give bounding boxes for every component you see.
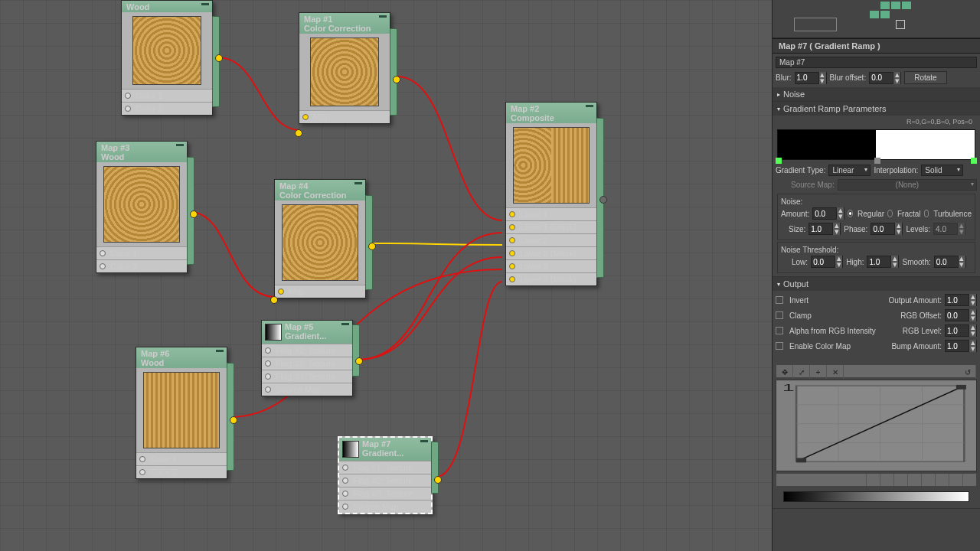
curve-zoom-h-icon[interactable] xyxy=(893,474,907,486)
slot-flag2[interactable]: Flag #2: Texture xyxy=(339,474,431,487)
invert-checkbox[interactable] xyxy=(776,296,783,304)
rgb-offset-spinner[interactable]: ▴▾ xyxy=(945,309,977,321)
output-port[interactable] xyxy=(368,243,376,250)
threshold-high-spinner[interactable]: ▴▾ xyxy=(867,256,899,268)
map-name-field[interactable]: Map #7 xyxy=(776,57,977,68)
output-port[interactable] xyxy=(355,357,363,365)
slot-flag1[interactable]: Flag #1: Texture xyxy=(262,344,352,357)
blur-offset-spinner[interactable]: ▴▾ xyxy=(869,72,901,84)
curve-pan-icon[interactable] xyxy=(866,474,880,486)
noise-size-spinner[interactable]: ▴▾ xyxy=(808,223,841,235)
node-map1[interactable]: Map #1Color Correction Map xyxy=(299,12,390,124)
minimize-icon[interactable] xyxy=(176,144,184,146)
gradient-stop-mid[interactable] xyxy=(874,158,880,164)
minimize-icon[interactable] xyxy=(216,350,224,352)
noise-turbulence-radio[interactable] xyxy=(924,210,929,217)
curve-zoom-v-icon[interactable] xyxy=(907,474,921,486)
slot-color1[interactable]: Color 1 xyxy=(122,89,212,102)
output-port[interactable] xyxy=(190,210,198,218)
output-rollout-header[interactable]: Output xyxy=(773,277,980,291)
input-port[interactable] xyxy=(295,129,302,137)
slot-flag1[interactable]: Flag #1: Texture xyxy=(339,461,431,474)
navigator[interactable] xyxy=(773,0,980,38)
output-amount-spinner[interactable]: ▴▾ xyxy=(945,294,977,306)
curve-reset-icon[interactable] xyxy=(962,474,976,486)
gradient-bar[interactable] xyxy=(777,129,975,160)
rotate-button[interactable]: Rotate xyxy=(904,71,946,84)
colormap-checkbox[interactable] xyxy=(776,342,783,350)
gradient-stop-start[interactable] xyxy=(776,158,782,164)
slot-source-map[interactable]: Source Map xyxy=(339,500,431,513)
node-map2[interactable]: Map #2Composite Layer 1 Layer 1 (Mask) L… xyxy=(505,102,597,286)
minimize-icon[interactable] xyxy=(354,182,362,184)
output-strip[interactable] xyxy=(431,442,439,494)
svg-text:1: 1 xyxy=(782,383,795,394)
slot-color2[interactable]: Color 2 xyxy=(136,465,227,478)
slot-layer2[interactable]: Layer 2 xyxy=(506,233,596,246)
node-map3[interactable]: Map #3Wood Color 1 Color 2 xyxy=(96,141,188,273)
output-port[interactable] xyxy=(434,476,442,484)
noise-fractal-radio[interactable] xyxy=(887,210,893,217)
noise-phase-spinner[interactable]: ▴▾ xyxy=(871,223,903,235)
slot-source-map[interactable]: Source Map xyxy=(262,383,352,396)
curve-zoom-icon[interactable] xyxy=(921,474,935,486)
output-port[interactable] xyxy=(230,416,237,424)
curve-fit-icon[interactable] xyxy=(949,474,962,486)
output-curve[interactable]: 1 xyxy=(776,380,977,471)
slot-layer3[interactable]: Layer 3 xyxy=(506,259,596,272)
input-port[interactable] xyxy=(270,296,278,304)
source-map-select[interactable]: (None) xyxy=(838,179,977,191)
threshold-smooth-spinner[interactable]: ▴▾ xyxy=(934,256,966,268)
minimize-icon[interactable] xyxy=(420,440,428,442)
slot-color1[interactable]: Color 1 xyxy=(96,246,187,259)
navigator-viewport[interactable] xyxy=(794,18,837,31)
blur-spinner[interactable]: ▴▾ xyxy=(795,72,827,84)
node-map7-selected[interactable]: Map #7Gradient... Flag #1: Texture Flag … xyxy=(338,436,433,514)
curve-zoom-ext-icon[interactable] xyxy=(880,474,893,486)
threshold-low-spinner[interactable]: ▴▾ xyxy=(811,256,843,268)
output-strip[interactable] xyxy=(390,28,397,116)
bump-amount-spinner[interactable]: ▴▾ xyxy=(945,340,977,352)
gradient-stop-end[interactable] xyxy=(971,158,977,164)
slot-map[interactable]: Map xyxy=(299,110,390,123)
slot-flag3[interactable]: Flag #3: Texture xyxy=(339,487,431,500)
curve-tool-delete-icon[interactable]: ✕ xyxy=(827,365,844,379)
node-map5[interactable]: Map #5Gradient... Flag #1: Texture Flag … xyxy=(261,320,353,396)
slot-layer1[interactable]: Layer 1 xyxy=(506,207,596,220)
curve-tool-add-icon[interactable]: + xyxy=(810,365,827,379)
curve-tool-reset-icon[interactable]: ↺ xyxy=(959,365,976,379)
slot-color2[interactable]: Color 2 xyxy=(96,259,187,272)
minimize-icon[interactable] xyxy=(586,105,593,107)
curve-tool-move-icon[interactable]: ✥ xyxy=(776,365,793,379)
noise-amount-spinner[interactable]: ▴▾ xyxy=(812,207,844,220)
rgb-level-spinner[interactable]: ▴▾ xyxy=(945,324,977,337)
minimize-icon[interactable] xyxy=(201,3,209,5)
slot-color1[interactable]: Color 1 xyxy=(136,452,227,465)
noise-rollout-header[interactable]: Noise xyxy=(773,87,980,101)
gradient-type-select[interactable]: Linear xyxy=(828,165,871,176)
slot-flag2[interactable]: Flag #2: Texture xyxy=(262,357,352,370)
slot-flag3[interactable]: Flag #3: Texture xyxy=(262,370,352,383)
node-wood[interactable]: Wood Color 1 Color 2 xyxy=(121,0,213,116)
alpha-checkbox[interactable] xyxy=(776,327,783,334)
output-port[interactable] xyxy=(215,54,223,62)
curve-tool-scale-icon[interactable]: ⤢ xyxy=(793,365,810,379)
output-strip[interactable] xyxy=(352,324,360,377)
slot-map[interactable]: Map xyxy=(275,285,365,298)
slot-layer3-mask[interactable]: Layer 3 (Mask) xyxy=(506,272,596,285)
output-port[interactable] xyxy=(599,196,607,204)
slot-layer2-mask[interactable]: Layer 2 (Mask) xyxy=(506,246,596,259)
minimize-icon[interactable] xyxy=(379,15,387,18)
interpolation-select[interactable]: Solid xyxy=(921,165,963,176)
curve-zoom-region-icon[interactable] xyxy=(935,474,949,486)
node-map4[interactable]: Map #4Color Correction Map xyxy=(274,179,366,298)
gradient-params-rollout-header[interactable]: Gradient Ramp Parameters xyxy=(773,102,980,116)
output-port[interactable] xyxy=(393,76,400,83)
node-canvas[interactable]: Wood Color 1 Color 2 Map #1Color Correct… xyxy=(0,0,772,551)
node-map6[interactable]: Map #6Wood Color 1 Color 2 xyxy=(136,347,227,479)
slot-color2[interactable]: Color 2 xyxy=(122,102,212,115)
clamp-checkbox[interactable] xyxy=(776,311,783,319)
minimize-icon[interactable] xyxy=(341,323,349,325)
slot-layer1-mask[interactable]: Layer 1 (Mask) xyxy=(506,220,596,233)
noise-regular-radio[interactable] xyxy=(848,210,853,217)
